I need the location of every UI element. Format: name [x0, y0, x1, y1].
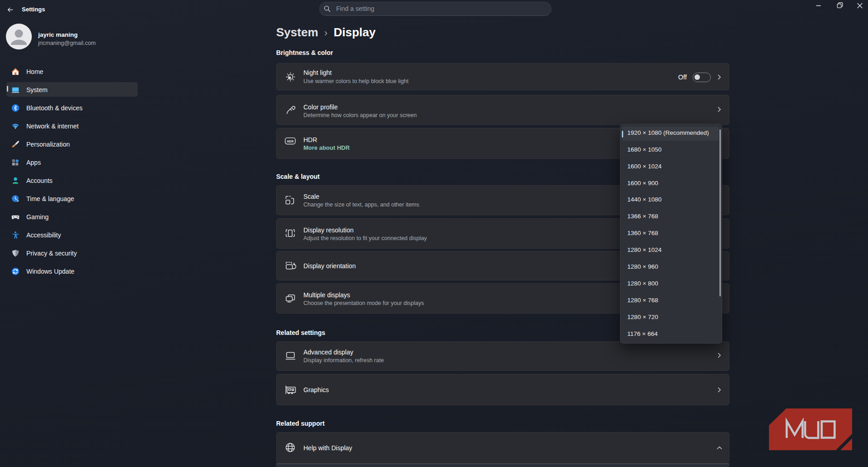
svg-text:HDR: HDR	[287, 140, 294, 143]
